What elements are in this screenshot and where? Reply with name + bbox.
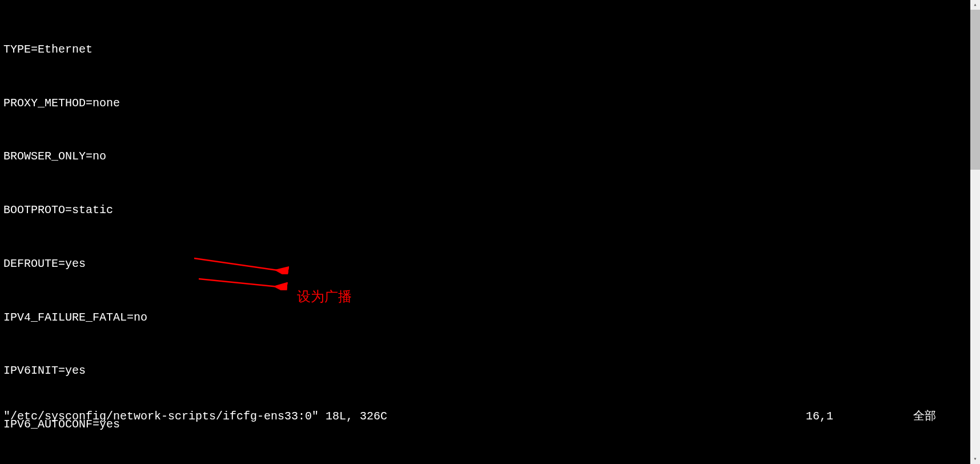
status-scroll-percent: 全部 xyxy=(913,407,936,425)
annotation-label: 设为广播 xyxy=(297,286,352,307)
file-line: BOOTPROTO=static xyxy=(3,201,970,219)
file-line: IPV6INIT=yes xyxy=(3,362,970,379)
scrollbar-thumb[interactable] xyxy=(970,10,980,170)
file-line: TYPE=Ethernet xyxy=(3,41,970,58)
scroll-down-button[interactable]: ▾ xyxy=(970,454,980,464)
status-cursor-position: 16,1 xyxy=(806,407,833,425)
file-line: IPV4_FAILURE_FATAL=no xyxy=(3,309,970,326)
file-line: PROXY_METHOD=none xyxy=(3,94,970,112)
terminal-editor[interactable]: TYPE=Ethernet PROXY_METHOD=none BROWSER_… xyxy=(0,0,970,464)
vertical-scrollbar[interactable]: ▴ ▾ xyxy=(970,0,980,464)
file-line: DEFROUTE=yes xyxy=(3,255,970,273)
status-filename: "/etc/sysconfig/network-scripts/ifcfg-en… xyxy=(3,407,387,425)
vim-status-bar: "/etc/sysconfig/network-scripts/ifcfg-en… xyxy=(3,407,970,425)
scroll-up-button[interactable]: ▴ xyxy=(970,0,980,10)
file-line: BROWSER_ONLY=no xyxy=(3,147,970,165)
